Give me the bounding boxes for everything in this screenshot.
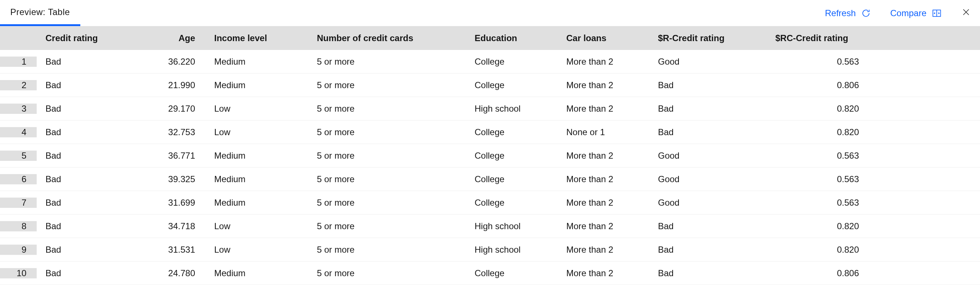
cell-credit-rating: Bad bbox=[37, 56, 139, 67]
cell-rc-credit: 0.806 bbox=[767, 268, 869, 279]
cell-cards: 5 or more bbox=[308, 198, 466, 208]
cell-education: College bbox=[466, 198, 557, 208]
cell-education: College bbox=[466, 80, 557, 90]
cell-income: Medium bbox=[205, 174, 308, 184]
cell-cards: 5 or more bbox=[308, 174, 466, 184]
cell-car-loans: More than 2 bbox=[557, 245, 649, 255]
cell-car-loans: More than 2 bbox=[557, 174, 649, 184]
topbar-right: Refresh Compare bbox=[825, 8, 971, 18]
data-table: Credit rating Age Income level Number of… bbox=[0, 26, 980, 285]
compare-button[interactable]: Compare bbox=[890, 8, 942, 18]
table-row[interactable]: 5Bad36.771Medium5 or moreCollegeMore tha… bbox=[0, 144, 980, 168]
cell-rc-credit: 0.563 bbox=[767, 198, 869, 208]
cell-credit-rating: Bad bbox=[37, 104, 139, 114]
cell-rc-credit: 0.820 bbox=[767, 127, 869, 138]
cell-cards: 5 or more bbox=[308, 104, 466, 114]
table-row[interactable]: 4Bad32.753Low5 or moreCollegeNone or 1Ba… bbox=[0, 120, 980, 144]
header-rc-credit[interactable]: $RC-Credit rating bbox=[767, 33, 869, 43]
cell-cards: 5 or more bbox=[308, 245, 466, 255]
close-button[interactable] bbox=[961, 8, 971, 18]
cell-r-credit: Good bbox=[649, 151, 767, 161]
preview-tab[interactable]: Preview: Table bbox=[0, 0, 80, 26]
header-education[interactable]: Education bbox=[466, 33, 557, 43]
table-row[interactable]: 3Bad29.170Low5 or moreHigh schoolMore th… bbox=[0, 97, 980, 120]
header-car-loans[interactable]: Car loans bbox=[557, 33, 649, 43]
cell-credit-rating: Bad bbox=[37, 127, 139, 138]
cell-r-credit: Bad bbox=[649, 268, 767, 279]
cell-age: 24.780 bbox=[139, 268, 205, 279]
row-number: 9 bbox=[0, 245, 37, 255]
cell-income: Medium bbox=[205, 151, 308, 161]
refresh-icon bbox=[861, 8, 871, 18]
header-num-cards[interactable]: Number of credit cards bbox=[308, 33, 466, 43]
table-header-row: Credit rating Age Income level Number of… bbox=[0, 26, 980, 50]
header-credit-rating[interactable]: Credit rating bbox=[37, 33, 139, 43]
cell-age: 29.170 bbox=[139, 104, 205, 114]
cell-cards: 5 or more bbox=[308, 221, 466, 231]
cell-car-loans: More than 2 bbox=[557, 80, 649, 90]
cell-age: 21.990 bbox=[139, 80, 205, 90]
cell-car-loans: More than 2 bbox=[557, 221, 649, 231]
cell-credit-rating: Bad bbox=[37, 221, 139, 231]
cell-education: College bbox=[466, 174, 557, 184]
cell-car-loans: More than 2 bbox=[557, 104, 649, 114]
cell-income: Low bbox=[205, 104, 308, 114]
table-row[interactable]: 1Bad36.220Medium5 or moreCollegeMore tha… bbox=[0, 50, 980, 74]
close-icon bbox=[962, 8, 970, 19]
table-row[interactable]: 10Bad24.780Medium5 or moreCollegeMore th… bbox=[0, 261, 980, 285]
cell-income: Low bbox=[205, 245, 308, 255]
cell-rc-credit: 0.820 bbox=[767, 245, 869, 255]
cell-r-credit: Bad bbox=[649, 104, 767, 114]
cell-rc-credit: 0.820 bbox=[767, 104, 869, 114]
cell-education: High school bbox=[466, 245, 557, 255]
table-row[interactable]: 2Bad21.990Medium5 or moreCollegeMore tha… bbox=[0, 74, 980, 97]
cell-credit-rating: Bad bbox=[37, 151, 139, 161]
cell-credit-rating: Bad bbox=[37, 174, 139, 184]
row-number: 4 bbox=[0, 127, 37, 138]
cell-education: College bbox=[466, 151, 557, 161]
refresh-button[interactable]: Refresh bbox=[825, 8, 871, 18]
row-number: 7 bbox=[0, 198, 37, 208]
cell-cards: 5 or more bbox=[308, 80, 466, 90]
table-row[interactable]: 6Bad39.325Medium5 or moreCollegeMore tha… bbox=[0, 168, 980, 191]
header-r-credit[interactable]: $R-Credit rating bbox=[649, 33, 767, 43]
cell-age: 36.771 bbox=[139, 151, 205, 161]
cell-income: Low bbox=[205, 221, 308, 231]
cell-cards: 5 or more bbox=[308, 127, 466, 138]
preview-topbar: Preview: Table Refresh Compare bbox=[0, 0, 980, 26]
row-number: 1 bbox=[0, 56, 37, 67]
cell-age: 36.220 bbox=[139, 56, 205, 67]
row-number: 6 bbox=[0, 174, 37, 184]
cell-rc-credit: 0.563 bbox=[767, 174, 869, 184]
refresh-label: Refresh bbox=[825, 8, 856, 18]
cell-r-credit: Bad bbox=[649, 221, 767, 231]
cell-credit-rating: Bad bbox=[37, 245, 139, 255]
cell-rc-credit: 0.806 bbox=[767, 80, 869, 90]
cell-income: Medium bbox=[205, 198, 308, 208]
table-row[interactable]: 9Bad31.531Low5 or moreHigh schoolMore th… bbox=[0, 238, 980, 261]
cell-age: 31.531 bbox=[139, 245, 205, 255]
cell-credit-rating: Bad bbox=[37, 268, 139, 279]
cell-education: College bbox=[466, 268, 557, 279]
row-number: 5 bbox=[0, 151, 37, 161]
cell-cards: 5 or more bbox=[308, 268, 466, 279]
cell-age: 34.718 bbox=[139, 221, 205, 231]
header-income-level[interactable]: Income level bbox=[205, 33, 308, 43]
header-age[interactable]: Age bbox=[139, 33, 205, 43]
cell-income: Medium bbox=[205, 80, 308, 90]
cell-income: Medium bbox=[205, 268, 308, 279]
cell-rc-credit: 0.563 bbox=[767, 56, 869, 67]
table-body: 1Bad36.220Medium5 or moreCollegeMore tha… bbox=[0, 50, 980, 285]
cell-r-credit: Good bbox=[649, 56, 767, 67]
table-row[interactable]: 8Bad34.718Low5 or moreHigh schoolMore th… bbox=[0, 215, 980, 238]
cell-cards: 5 or more bbox=[308, 56, 466, 67]
cell-car-loans: None or 1 bbox=[557, 127, 649, 138]
table-row[interactable]: 7Bad31.699Medium5 or moreCollegeMore tha… bbox=[0, 191, 980, 215]
cell-r-credit: Good bbox=[649, 198, 767, 208]
cell-education: High school bbox=[466, 104, 557, 114]
cell-income: Low bbox=[205, 127, 308, 138]
compare-label: Compare bbox=[890, 8, 926, 18]
cell-education: High school bbox=[466, 221, 557, 231]
cell-car-loans: More than 2 bbox=[557, 56, 649, 67]
cell-rc-credit: 0.820 bbox=[767, 221, 869, 231]
